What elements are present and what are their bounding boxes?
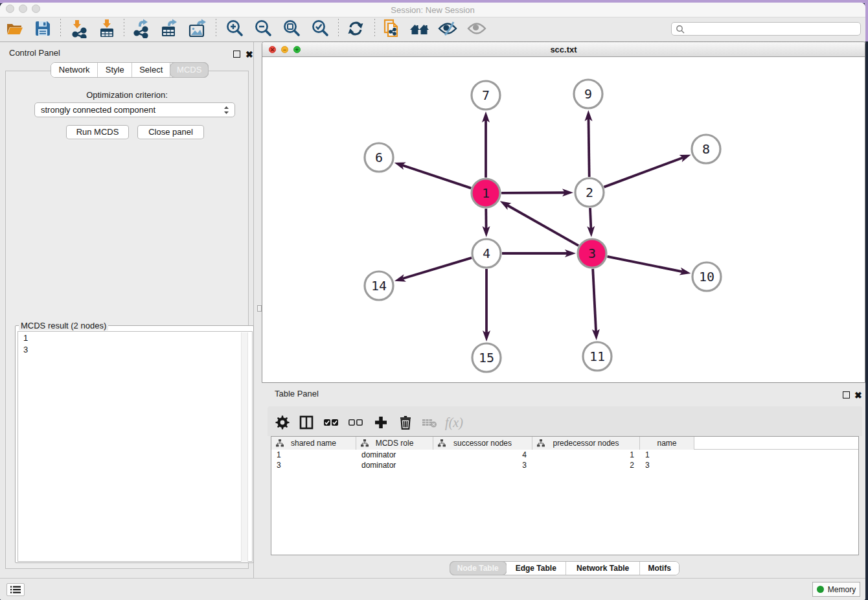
close-table-panel-icon[interactable]: ✖ bbox=[854, 389, 862, 401]
result-scrollbar[interactable] bbox=[241, 332, 248, 562]
hide-selected-icon[interactable] bbox=[437, 18, 458, 39]
graph-node-label-14: 14 bbox=[371, 278, 387, 294]
node-table[interactable]: shared nameMCDS rolesuccessor nodesprede… bbox=[271, 436, 859, 555]
graph-edge-2-8[interactable] bbox=[604, 157, 683, 187]
zoom-fit-icon[interactable] bbox=[281, 18, 302, 39]
float-table-panel-icon[interactable] bbox=[843, 389, 850, 401]
column-header-shared-name[interactable]: shared name bbox=[271, 437, 356, 450]
delete-table-icon bbox=[421, 414, 438, 431]
mcds-result-text: 1 3 bbox=[23, 332, 28, 356]
column-header-label: predecessor nodes bbox=[553, 439, 619, 448]
save-session-icon[interactable] bbox=[32, 18, 53, 39]
first-neighbors-icon[interactable] bbox=[409, 18, 430, 39]
column-header-label: successor nodes bbox=[453, 439, 512, 448]
criterion-dropdown[interactable]: strongly connected component bbox=[34, 102, 235, 117]
search-input[interactable] bbox=[685, 23, 860, 34]
network-graph-canvas[interactable]: 1234678910111415 bbox=[262, 58, 865, 383]
graph-edge-3-1[interactable] bbox=[507, 205, 578, 246]
column-header-successor-nodes[interactable]: successor nodes bbox=[433, 437, 532, 450]
column-header-MCDS-role[interactable]: MCDS role bbox=[356, 437, 433, 450]
table-cell: 3 bbox=[433, 460, 532, 470]
column-header-predecessor-nodes[interactable]: predecessor nodes bbox=[532, 437, 640, 450]
memory-button[interactable]: Memory bbox=[812, 582, 860, 597]
toolbar-separator bbox=[374, 19, 375, 38]
dropdown-chevron-icon bbox=[223, 105, 230, 115]
add-column-icon[interactable] bbox=[372, 414, 389, 431]
graph-edge-2-3[interactable] bbox=[590, 208, 591, 229]
graph-edge-2-9[interactable] bbox=[589, 119, 589, 177]
toolbar-separator bbox=[60, 19, 61, 38]
close-panel-icon[interactable]: ✖ bbox=[246, 49, 253, 60]
criterion-dropdown-value: strongly connected component bbox=[41, 105, 155, 115]
graph-edge-1-6[interactable] bbox=[402, 165, 471, 188]
control-panel-title: Control Panel bbox=[9, 48, 60, 58]
graph-edge-3-11[interactable] bbox=[593, 269, 596, 332]
refresh-layout-icon[interactable] bbox=[345, 18, 366, 39]
table-panel: Table Panel ✖ bbox=[262, 383, 865, 578]
graph-edge-3-10[interactable] bbox=[608, 257, 683, 272]
delete-column-icon[interactable] bbox=[397, 414, 414, 431]
gear-icon[interactable] bbox=[274, 414, 291, 431]
zoom-out-icon[interactable] bbox=[253, 18, 273, 39]
control-panel-tabs: NetworkStyleSelectMCDS bbox=[51, 62, 209, 78]
export-network-icon[interactable] bbox=[131, 18, 152, 39]
float-panel-icon[interactable] bbox=[233, 49, 240, 60]
table-header-row: shared nameMCDS rolesuccessor nodesprede… bbox=[271, 437, 858, 450]
column-type-icon bbox=[276, 439, 284, 447]
column-type-icon bbox=[361, 439, 369, 447]
toolbar-separator bbox=[338, 19, 339, 38]
table-tab-motifs[interactable]: Motifs bbox=[640, 562, 679, 575]
background-window-sliver bbox=[865, 41, 868, 600]
toolbar-separator bbox=[124, 19, 124, 38]
table-row[interactable]: 1dominator411 bbox=[271, 450, 858, 460]
duplicate-network-icon[interactable] bbox=[382, 18, 402, 39]
control-panel: Control Panel ✖ NetworkStyleSelectMCDS O… bbox=[0, 42, 254, 578]
vertical-splitter-handle[interactable] bbox=[257, 305, 262, 312]
table-tab-node-table[interactable]: Node Table bbox=[450, 562, 507, 575]
export-image-icon[interactable] bbox=[187, 18, 208, 39]
table-row[interactable]: 3dominator323 bbox=[271, 460, 858, 470]
table-cell: dominator bbox=[356, 450, 433, 460]
table-cell: 1 bbox=[532, 450, 640, 460]
close-panel-button[interactable]: Close panel bbox=[137, 125, 204, 139]
mcds-result-box[interactable]: 1 3 bbox=[17, 331, 253, 562]
table-cell: 4 bbox=[433, 450, 532, 460]
control-panel-tab-network[interactable]: Network bbox=[51, 63, 98, 77]
memory-status-icon bbox=[817, 586, 824, 593]
table-tab-edge-table[interactable]: Edge Table bbox=[507, 562, 566, 575]
zoom-in-icon[interactable] bbox=[224, 18, 245, 39]
import-network-icon[interactable] bbox=[68, 18, 89, 39]
column-layout-icon[interactable] bbox=[298, 414, 315, 431]
table-cell: 1 bbox=[271, 450, 356, 460]
graph-node-label-7: 7 bbox=[482, 87, 490, 103]
table-toolbar: f(x) bbox=[268, 406, 862, 436]
column-header-label: MCDS role bbox=[376, 439, 414, 448]
run-mcds-button[interactable]: Run MCDS bbox=[66, 125, 129, 139]
show-panels-button[interactable] bbox=[6, 583, 25, 596]
graph-edge-1-2[interactable] bbox=[501, 192, 565, 193]
column-type-icon bbox=[438, 439, 446, 447]
table-cell: 3 bbox=[271, 460, 356, 470]
zoom-selected-icon[interactable] bbox=[310, 18, 330, 39]
import-table-icon[interactable] bbox=[97, 18, 117, 39]
table-panel-title: Table Panel bbox=[275, 389, 319, 398]
column-type-icon bbox=[537, 439, 545, 447]
deselect-all-icon[interactable] bbox=[347, 414, 364, 431]
open-file-icon[interactable] bbox=[4, 18, 25, 39]
graph-edge-4-14[interactable] bbox=[402, 258, 472, 279]
search-icon bbox=[676, 25, 685, 34]
control-panel-tab-mcds[interactable]: MCDS bbox=[170, 63, 208, 77]
control-panel-tab-select[interactable]: Select bbox=[132, 63, 171, 77]
list-icon bbox=[10, 586, 21, 594]
graph-node-label-2: 2 bbox=[586, 185, 593, 200]
select-all-icon[interactable] bbox=[323, 414, 339, 431]
export-table-icon[interactable] bbox=[159, 18, 179, 39]
control-panel-tab-style[interactable]: Style bbox=[98, 63, 132, 77]
column-header-name[interactable]: name bbox=[640, 437, 694, 450]
table-tab-network-table[interactable]: Network Table bbox=[566, 562, 640, 575]
network-view-window: ✕ − + scc.txt 1234678910111415 bbox=[262, 41, 865, 383]
graph-node-label-4: 4 bbox=[483, 246, 490, 261]
graph-node-label-9: 9 bbox=[584, 86, 592, 102]
search-box[interactable] bbox=[671, 22, 861, 36]
graph-node-label-15: 15 bbox=[479, 350, 494, 365]
